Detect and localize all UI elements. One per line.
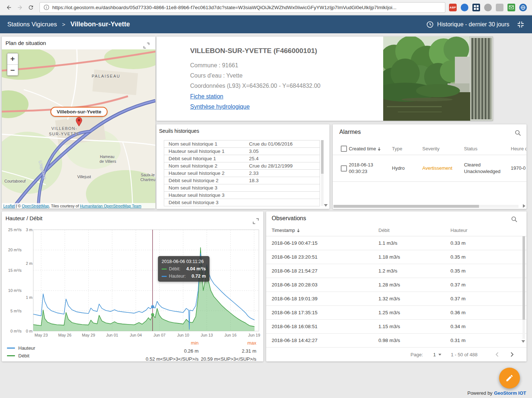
column-timestamp[interactable]: Timestamp bbox=[266, 228, 378, 233]
leaflet-link[interactable]: Leaflet bbox=[3, 204, 15, 208]
observation-timestamp: 2018-06-18 23:20:51 bbox=[266, 254, 378, 260]
column-type[interactable]: Type bbox=[392, 146, 422, 151]
extension-icon-blue-circle[interactable] bbox=[461, 4, 468, 11]
browser-reload-button[interactable] bbox=[26, 2, 36, 12]
observations-scroll-down-icon[interactable] bbox=[521, 340, 525, 343]
column-severity[interactable]: Severity bbox=[422, 146, 464, 151]
seuil-label: Nom seuil historique 1 bbox=[164, 141, 249, 147]
extension-grid-icon[interactable] bbox=[472, 4, 480, 11]
svg-text:May 29: May 29 bbox=[82, 333, 95, 337]
svg-text:0 m: 0 m bbox=[26, 329, 33, 333]
seuil-row[interactable]: Débit seuil hitorique 1 25.4 bbox=[164, 155, 320, 162]
alarm-row-checkbox[interactable] bbox=[341, 165, 347, 172]
column-debit[interactable]: Débit bbox=[378, 228, 450, 233]
observation-hauteur: 0.37 m bbox=[450, 296, 527, 301]
app-navbar: Stations Vigicrues > Villebon-sur-Yvette… bbox=[0, 15, 532, 33]
alarm-row[interactable]: 2018-06-13 00:30:23 Hydro Avertissement … bbox=[333, 155, 527, 182]
powered-by-text: Powered by bbox=[467, 390, 493, 396]
station-marker-label[interactable]: Villebon-sur-Yvette bbox=[50, 107, 107, 117]
observation-row[interactable]: 2018-06-18 19:01:39 1.32 m3/s 0.37 m bbox=[266, 292, 527, 306]
extension-icon-globe[interactable] bbox=[519, 4, 527, 11]
hauteur-debit-chart[interactable]: 0 m³/s5 m³/s10 m³/s15 m³/s20 m³/s25 m³/s… bbox=[5, 225, 261, 342]
seuil-row[interactable]: Débit seuil historique 3 bbox=[164, 199, 320, 206]
page-select[interactable]: 1 bbox=[433, 352, 441, 357]
alarms-horizontal-scrollbar[interactable] bbox=[333, 205, 518, 208]
extension-icon-gray-square[interactable] bbox=[496, 4, 503, 11]
seuil-value: 3.05 bbox=[249, 149, 320, 154]
observation-debit: 1.1 m3/s bbox=[378, 240, 450, 246]
column-created-time[interactable]: Created time bbox=[349, 146, 392, 151]
sort-desc-icon bbox=[296, 228, 301, 233]
observations-scrollbar[interactable] bbox=[522, 236, 525, 339]
observations-search-icon[interactable] bbox=[511, 216, 518, 223]
page-info-icon[interactable] bbox=[44, 4, 49, 10]
history-range-button[interactable]: Historique - dernier 30 jours bbox=[426, 21, 509, 28]
observation-row[interactable]: 2018-06-18 21:54:27 1.2 m3/s 0.35 m bbox=[266, 264, 527, 278]
tooltip-debit-row: Débit: 4.04 m³/s bbox=[162, 266, 206, 271]
tooltip-timestamp: 2018-06-06 03:11:26 bbox=[162, 259, 206, 264]
seuil-value: Crue du 28/12/1999 bbox=[249, 163, 320, 169]
observation-row[interactable]: 2018-06-18 16:08:51 1.15 m3/s 0.34 m bbox=[266, 320, 527, 334]
extension-icon-gray-circle[interactable] bbox=[484, 4, 492, 11]
seuils-scrollbar[interactable] bbox=[321, 140, 324, 206]
map-label-hameau: Hameau bbox=[100, 154, 114, 159]
svg-text:15 m³/s: 15 m³/s bbox=[8, 268, 22, 273]
pencil-icon bbox=[505, 374, 514, 382]
fiche-station-link[interactable]: Fiche station bbox=[190, 93, 223, 100]
alarms-scroll-right-icon[interactable] bbox=[523, 204, 525, 208]
observation-row[interactable]: 2018-06-18 23:20:51 1.18 m3/s 0.35 m bbox=[266, 250, 527, 264]
mail-extension-icon[interactable] bbox=[508, 4, 515, 11]
map-label-chartreux: Chartreux bbox=[140, 177, 155, 182]
tooltip-hauteur-row: Hauteur: 0.72 m bbox=[162, 274, 206, 279]
seuil-value: 25.4 bbox=[249, 156, 320, 161]
geostorm-brand-link[interactable]: GeoStorm IOT bbox=[494, 390, 526, 396]
seuil-row[interactable]: Hauteur seuil historique 1 3.05 bbox=[164, 148, 320, 155]
seuil-row[interactable]: Nom seuil historique 2 Crue du 28/12/199… bbox=[164, 162, 320, 170]
compress-icon[interactable] bbox=[517, 20, 525, 29]
adblock-extension-icon[interactable]: ABP bbox=[449, 4, 457, 11]
seuil-row[interactable]: Nom seuil historique 1 Crue du 01/06/201… bbox=[164, 140, 320, 148]
breadcrumb-stations-vigicrues[interactable]: Stations Vigicrues bbox=[7, 21, 57, 28]
previous-page-button[interactable] bbox=[493, 350, 502, 359]
select-all-checkbox[interactable] bbox=[341, 146, 347, 152]
zoom-in-button[interactable]: + bbox=[7, 53, 18, 64]
legend-item-debit: Débit bbox=[7, 353, 35, 358]
page-range-text: 1 - 50 of 488 bbox=[451, 352, 478, 357]
synthese-hydrologique-link[interactable]: Synthèse hydrologique bbox=[190, 104, 250, 110]
column-heure[interactable]: Heure d bbox=[511, 146, 527, 151]
observation-row[interactable]: 2018-06-18 14:42:27 0.98 m3/s 0.31 m bbox=[266, 334, 527, 348]
alarms-search-icon[interactable] bbox=[514, 129, 521, 136]
expand-chart-icon[interactable] bbox=[253, 218, 259, 224]
seuils-scroll-down-icon[interactable] bbox=[324, 204, 328, 207]
next-page-button[interactable] bbox=[508, 350, 516, 359]
observation-row[interactable]: 2018-06-18 20:28:03 1.28 m3/s 0.37 m bbox=[266, 278, 527, 292]
column-hauteur[interactable]: Hauteur bbox=[450, 228, 527, 233]
expand-map-icon[interactable] bbox=[143, 42, 150, 49]
map[interactable]: PALAISEAU VILLEBON- SUR-YVETTE Hameau de… bbox=[2, 49, 155, 209]
openstreetmap-link[interactable]: OpenStreetMap bbox=[22, 204, 49, 208]
seuil-row[interactable]: Nom seuil historique 3 bbox=[164, 184, 320, 192]
observation-row[interactable]: 2018-06-18 17:35:15 1.25 m3/s 0.36 m bbox=[266, 306, 527, 320]
seuil-row[interactable]: Hauteur seuil historique 3 bbox=[164, 192, 320, 199]
edit-dashboard-fab[interactable] bbox=[499, 368, 520, 388]
alarms-table-header: Created time Type Severity Status Heure … bbox=[333, 143, 527, 155]
column-status[interactable]: Status bbox=[464, 146, 511, 151]
debit-swatch-icon bbox=[7, 355, 15, 356]
browser-back-button[interactable] bbox=[4, 2, 14, 12]
browser-url-bar[interactable]: https://iot.geostorm.eu/dashboards/05d77… bbox=[39, 2, 445, 13]
svg-text:Jun 01: Jun 01 bbox=[106, 333, 118, 337]
observation-row[interactable]: 2018-06-19 00:47:15 1.1 m3/s 0.33 m bbox=[266, 236, 527, 250]
zoom-out-button[interactable]: − bbox=[7, 64, 18, 75]
chart-tooltip: 2018-06-06 03:11:26 Débit: 4.04 m³/s Hau… bbox=[158, 256, 210, 282]
map-zoom-control: + − bbox=[7, 53, 18, 76]
seuil-row[interactable]: Débit seuil historique 2 18.3 bbox=[164, 177, 320, 184]
map-marker-pin[interactable] bbox=[74, 116, 84, 127]
alarm-heure: 1970-0 bbox=[511, 165, 527, 172]
map-label-palaiseau: PALAISEAU bbox=[92, 74, 120, 78]
browser-forward-button[interactable] bbox=[15, 2, 25, 12]
seuil-row[interactable]: Hauteur seuil historique 2 2.33 bbox=[164, 170, 320, 177]
tooltip-hauteur-swatch-icon bbox=[162, 276, 167, 277]
observations-card: Observations Timestamp Débit Hauteur 201… bbox=[266, 211, 527, 361]
hot-osm-link[interactable]: Humanitarian OpenStreetMap Team bbox=[80, 204, 142, 208]
svg-text:20 m³/s: 20 m³/s bbox=[8, 248, 22, 252]
